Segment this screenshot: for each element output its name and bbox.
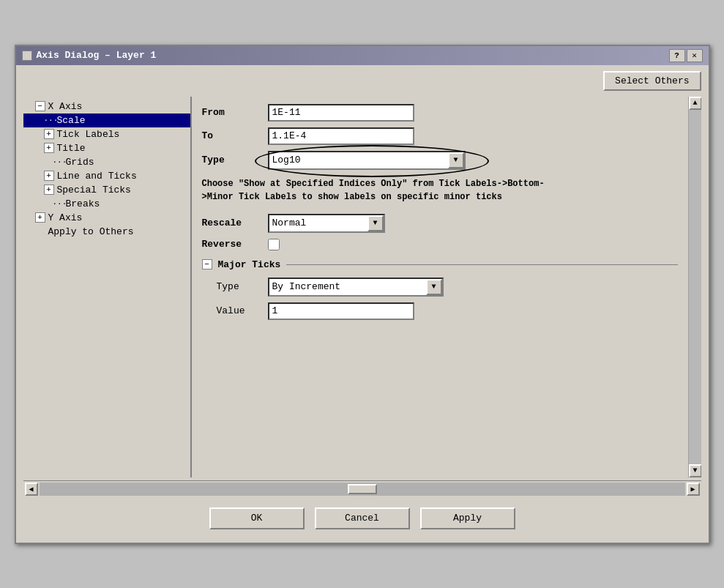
- right-panel: From To Type Log10: [192, 97, 688, 477]
- ok-button[interactable]: OK: [209, 507, 305, 529]
- major-type-label: Type: [217, 281, 268, 292]
- tree-label-apply-to-others: Apply to Others: [48, 226, 134, 237]
- hint-text: Choose "Show at Specified Indices Only" …: [202, 177, 546, 204]
- type-select[interactable]: Log10 Linear Log2 Natural Log: [268, 151, 466, 170]
- scroll-track[interactable]: [689, 110, 701, 464]
- scroll-down-button[interactable]: ▼: [689, 464, 701, 477]
- tree-label-breaks: Breaks: [66, 198, 100, 209]
- top-bar: Select Others: [23, 71, 701, 91]
- dialog-icon: [22, 51, 32, 61]
- tree-label-title: Title: [57, 143, 86, 154]
- reverse-label: Reverse: [202, 239, 268, 250]
- tree-item-x-axis[interactable]: − X Axis: [23, 100, 190, 113]
- dot-indent-breaks: ···: [53, 199, 63, 208]
- title-bar: Axis Dialog – Layer 1 ? ✕: [16, 46, 709, 65]
- tree-label-y-axis: Y Axis: [48, 212, 83, 223]
- title-buttons: ? ✕: [669, 49, 703, 62]
- tree-label-x-axis: X Axis: [48, 101, 83, 112]
- tree-item-special-ticks[interactable]: + Special Ticks: [23, 183, 190, 197]
- scroll-left-button[interactable]: ◀: [25, 483, 38, 496]
- tree-item-scale[interactable]: ··· Scale: [23, 113, 190, 127]
- tree-item-title[interactable]: + Title: [23, 141, 190, 155]
- type-select-wrapper: Log10 Linear Log2 Natural Log ▼: [268, 151, 466, 170]
- from-input[interactable]: [268, 104, 414, 122]
- left-panel-tree: − X Axis ··· Scale + Tick Labels + Title: [23, 97, 192, 477]
- close-button[interactable]: ✕: [687, 49, 703, 62]
- dot-indent-grids: ···: [53, 157, 63, 166]
- main-panel: − X Axis ··· Scale + Tick Labels + Title: [23, 97, 701, 477]
- to-row: To: [202, 127, 678, 145]
- hscroll-thumb[interactable]: [348, 484, 377, 494]
- value-row: Value: [217, 302, 678, 320]
- expand-icon-title: +: [44, 143, 54, 153]
- expand-icon-line: +: [44, 171, 54, 181]
- major-type-select[interactable]: By Increment By Count Manual: [268, 278, 444, 297]
- major-ticks-title: Major Ticks: [218, 259, 281, 270]
- major-type-row: Type By Increment By Count Manual ▼: [217, 278, 678, 297]
- tree-item-grids[interactable]: ··· Grids: [23, 155, 190, 169]
- tree-label-line-and-ticks: Line and Ticks: [57, 171, 137, 182]
- expand-icon-y-axis: +: [35, 212, 45, 223]
- from-row: From: [202, 104, 678, 122]
- to-input[interactable]: [268, 127, 414, 145]
- tree-item-breaks[interactable]: ··· Breaks: [23, 197, 190, 211]
- hscroll-track[interactable]: [40, 483, 685, 496]
- tree-item-tick-labels[interactable]: + Tick Labels: [23, 127, 190, 141]
- dialog-body: Select Others − X Axis ··· Scale + Tic: [16, 65, 709, 543]
- tree-label-grids: Grids: [66, 157, 94, 168]
- major-ticks-collapse-icon[interactable]: −: [202, 259, 212, 269]
- tree-item-y-axis[interactable]: + Y Axis: [23, 211, 190, 225]
- expand-icon-special: +: [44, 185, 54, 195]
- tree-label-scale: Scale: [57, 115, 86, 126]
- tree-item-apply-to-others[interactable]: Apply to Others: [23, 225, 190, 239]
- rescale-row: Rescale Normal Auto Fixed ▼: [202, 214, 678, 233]
- scroll-up-button[interactable]: ▲: [689, 97, 701, 110]
- rescale-label: Rescale: [202, 217, 268, 228]
- vertical-scrollbar: ▲ ▼: [688, 97, 701, 477]
- major-ticks-divider: [286, 264, 677, 265]
- major-type-select-wrapper: By Increment By Count Manual ▼: [268, 278, 444, 297]
- from-label: From: [202, 107, 268, 118]
- horizontal-scrollbar: ◀ ▶: [23, 480, 701, 497]
- axis-dialog: Axis Dialog – Layer 1 ? ✕ Select Others …: [15, 45, 710, 544]
- scroll-right-button[interactable]: ▶: [687, 483, 700, 496]
- dot-indent-scale: ···: [44, 116, 54, 124]
- select-others-button[interactable]: Select Others: [603, 71, 701, 91]
- major-ticks-content: Type By Increment By Count Manual ▼: [202, 278, 678, 320]
- dialog-footer: OK Cancel Apply: [23, 500, 701, 535]
- tree-label-special-ticks: Special Ticks: [57, 185, 131, 196]
- tree-item-line-and-ticks[interactable]: + Line and Ticks: [23, 169, 190, 183]
- value-label: Value: [217, 305, 268, 316]
- tree-label-tick-labels: Tick Labels: [57, 129, 120, 140]
- right-and-scroll: From To Type Log10: [192, 97, 701, 477]
- type-label: Type: [202, 155, 268, 165]
- value-input[interactable]: [268, 302, 414, 320]
- rescale-select-wrapper: Normal Auto Fixed ▼: [268, 214, 385, 233]
- apply-button[interactable]: Apply: [420, 507, 515, 529]
- collapse-icon: −: [35, 101, 45, 111]
- dialog-title: Axis Dialog – Layer 1: [37, 50, 157, 61]
- reverse-checkbox[interactable]: [268, 239, 280, 250]
- title-bar-left: Axis Dialog – Layer 1: [22, 50, 157, 61]
- to-label: To: [202, 130, 268, 141]
- rescale-select[interactable]: Normal Auto Fixed: [268, 214, 385, 233]
- type-row: Type Log10 Linear Log2 Natural Log ▼: [202, 151, 678, 170]
- cancel-button[interactable]: Cancel: [315, 507, 410, 529]
- major-ticks-header: − Major Ticks: [202, 259, 678, 270]
- help-button[interactable]: ?: [669, 49, 685, 62]
- reverse-row: Reverse: [202, 239, 678, 250]
- expand-icon-tick: +: [44, 129, 54, 139]
